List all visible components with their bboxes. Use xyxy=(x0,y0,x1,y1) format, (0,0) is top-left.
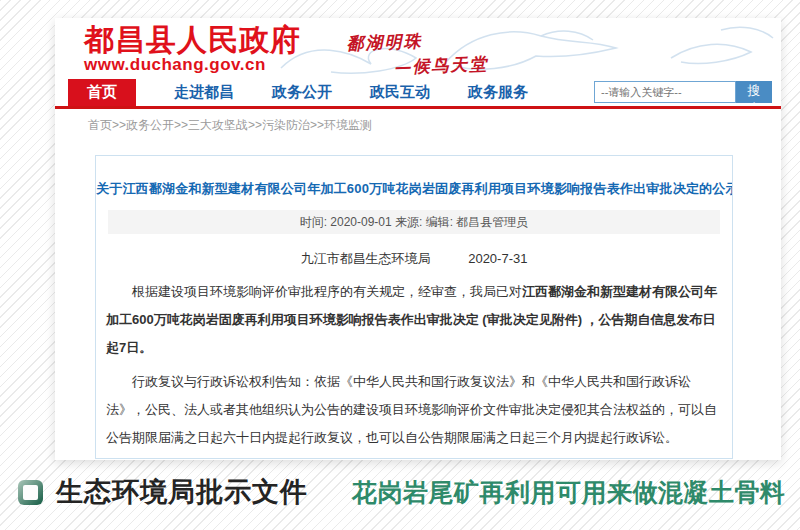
article-byline: 九江市都昌生态环境局 2020-7-31 xyxy=(96,250,732,268)
issue-date: 2020-7-31 xyxy=(468,251,527,266)
article-container: 关于江西鄱湖金和新型建材有限公司年加工600万吨花岗岩固废再利用项目环境影响报告… xyxy=(95,155,733,459)
article-body: 根据建设项目环境影响评价审批程序的有关规定，经审查，我局已对江西鄱湖金和新型建材… xyxy=(106,278,722,459)
breadcrumb[interactable]: 首页>>政务公开>>三大攻坚战>>污染防治>>环境监测 xyxy=(88,117,372,134)
search-input[interactable] xyxy=(594,81,736,103)
contact-phone: 联系电话: 0792-2322620 (郭工) xyxy=(106,458,722,459)
bottom-caption: 生态环境局批示文件 花岗岩尾矿再利用可用来做混凝土骨料 xyxy=(18,474,786,510)
swan-illustration-icon xyxy=(241,18,781,80)
slogan-line-2: —候鸟天堂 xyxy=(393,53,489,79)
site-slogan: 鄱湖明珠 —候鸟天堂 xyxy=(346,28,489,80)
site-logo[interactable]: 都昌县人民政府 www.duchang.gov.cn xyxy=(84,24,301,73)
article-meta: 时间: 2020-09-01 来源: 编辑: 都昌县管理员 xyxy=(108,210,720,234)
nav-item-home[interactable]: 首页 xyxy=(68,79,136,106)
site-url: www.duchang.gov.cn xyxy=(84,56,301,74)
caption-note: 花岗岩尾矿再利用可用来做混凝土骨料 xyxy=(352,476,786,509)
issuing-agency: 九江市都昌生态环境局 xyxy=(301,251,431,266)
site-name: 都昌县人民政府 xyxy=(84,24,301,56)
paragraph-approval: 根据建设项目环境影响评价审批程序的有关规定，经审查，我局已对江西鄱湖金和新型建材… xyxy=(106,278,722,362)
nav-item-services[interactable]: 政务服务 xyxy=(468,83,528,102)
website-screenshot-card: 都昌县人民政府 www.duchang.gov.cn 鄱湖明珠 —候鸟天堂 首页… xyxy=(55,18,781,460)
site-banner: 都昌县人民政府 www.duchang.gov.cn 鄱湖明珠 —候鸟天堂 xyxy=(55,18,781,80)
site-search: 搜索 xyxy=(594,81,772,103)
nav-divider-line xyxy=(55,106,781,109)
nav-item-interaction[interactable]: 政民互动 xyxy=(370,83,430,102)
slogan-line-1: 鄱湖明珠 xyxy=(346,28,488,56)
nav-item-gov-affairs[interactable]: 政务公开 xyxy=(272,83,332,102)
search-button[interactable]: 搜索 xyxy=(736,81,772,103)
paragraph-approval-lead: 根据建设项目环境影响评价审批程序的有关规定，经审查，我局已对 xyxy=(132,284,522,299)
article-title: 关于江西鄱湖金和新型建材有限公司年加工600万吨花岗岩固废再利用项目环境影响报告… xyxy=(96,180,732,198)
caption-label: 生态环境局批示文件 xyxy=(56,474,308,510)
green-square-bullet-icon xyxy=(18,480,43,505)
paragraph-appeal-rights: 行政复议与行政诉讼权利告知：依据《中华人民共和国行政复议法》和《中华人民共和国行… xyxy=(106,368,722,452)
nav-item-about-duchang[interactable]: 走进都昌 xyxy=(174,83,234,102)
